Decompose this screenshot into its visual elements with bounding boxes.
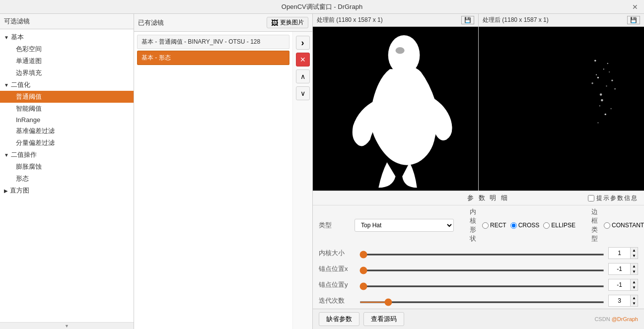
svg-rect-3 — [479, 27, 644, 191]
anchor-x-up[interactable]: ▲ — [631, 263, 638, 269]
iterations-down[interactable]: ▼ — [631, 301, 638, 306]
svg-point-15 — [591, 82, 593, 84]
anchor-x-slider-row: -1 ▲ ▼ — [359, 263, 638, 275]
watermark: CSDN @DrGraph — [594, 316, 638, 322]
move-down-button[interactable]: ∨ — [296, 86, 310, 100]
anchor-y-up[interactable]: ▲ — [631, 279, 638, 285]
tree-group-histogram[interactable]: ▶ 直方图 — [0, 185, 134, 197]
filter-item-0[interactable]: 基本 - 普通阈值 - BINARY_INV - OTSU - 128 — [137, 35, 289, 49]
tree-item-color-space[interactable]: 色彩空间 — [0, 43, 134, 55]
save-before-button[interactable]: 💾 — [461, 16, 474, 24]
params-row-1: 类型 Erode Dilate Open Close Gradient Top … — [313, 205, 644, 245]
after-image-title: 处理后 (1180 x 1587 x 1) — [483, 16, 549, 24]
svg-point-16 — [614, 88, 615, 89]
params-row-iterations: 迭代次数 3 ▲ ▼ — [313, 293, 644, 309]
scroll-indicator: ▼ — [0, 322, 134, 329]
after-image-pane: 处理后 (1180 x 1587 x 1) 💾 — [479, 14, 644, 191]
svg-point-19 — [596, 74, 597, 75]
anchor-y-spinbox: -1 ▲ ▼ — [608, 279, 638, 291]
after-image-display — [479, 27, 644, 191]
border-type-radio-group: CONSTANT DEFAULT — [604, 222, 644, 229]
border-type-label: 边框类型 — [591, 207, 598, 243]
middle-filter-main: 基本 - 普通阈值 - BINARY_INV - OTSU - 128 基本 -… — [134, 32, 292, 329]
title-bar: OpenCV调试窗口 - DrGraph ✕ — [0, 0, 644, 14]
group-label-basic: 基本 — [11, 33, 24, 42]
svg-point-4 — [594, 60, 596, 62]
svg-point-12 — [605, 114, 606, 115]
iterations-slider-row: 3 ▲ ▼ — [359, 295, 638, 307]
view-source-button[interactable]: 查看源码 — [363, 312, 404, 326]
tree-item-morphology[interactable]: 形态 — [0, 173, 134, 185]
anchor-y-down[interactable]: ▼ — [631, 285, 638, 290]
svg-point-14 — [607, 63, 608, 64]
iterations-slider-container — [359, 297, 604, 305]
swap-image-button[interactable]: 🖼 更换图片 — [267, 17, 308, 28]
anchor-x-spinbox: -1 ▲ ▼ — [608, 263, 638, 275]
window-title: OpenCV调试窗口 - DrGraph — [14, 2, 630, 11]
kernel-shape-radio-group: RECT CROSS ELLIPSE — [482, 222, 575, 229]
delete-filter-button[interactable]: ✕ — [296, 53, 310, 66]
kernel-size-input[interactable]: 1 — [609, 248, 630, 259]
kernel-size-down[interactable]: ▼ — [631, 253, 638, 259]
svg-point-2 — [396, 47, 405, 54]
before-image-pane: 处理前 (1180 x 1587 x 1) 💾 — [313, 14, 478, 191]
show-info-checkbox[interactable] — [588, 195, 594, 201]
arrow-icon-4: ▶ — [4, 188, 8, 194]
kernel-shape-rect[interactable]: RECT — [482, 222, 506, 229]
default-params-button[interactable]: 缺省参数 — [319, 312, 359, 326]
tree-item-normal-threshold[interactable]: 普通阈值 — [0, 91, 134, 103]
anchor-y-slider[interactable] — [359, 285, 604, 287]
close-button[interactable]: ✕ — [630, 3, 640, 11]
kernel-size-up[interactable]: ▲ — [631, 248, 638, 253]
kernel-shape-label: 内核形状 — [470, 207, 476, 243]
svg-point-13 — [597, 122, 598, 123]
tree-item-single-channel[interactable]: 单通道图 — [0, 55, 134, 67]
kernel-size-spinbox: 1 ▲ ▼ — [608, 247, 638, 259]
anchor-y-input[interactable]: -1 — [609, 279, 630, 290]
iterations-up[interactable]: ▲ — [631, 295, 638, 301]
tree-group-binarize[interactable]: ▼ 二值化 — [0, 79, 134, 91]
middle-panel: 已有滤镜 🖼 更换图片 基本 - 普通阈值 - BINARY_INV - OTS… — [134, 14, 313, 329]
border-type-constant[interactable]: CONSTANT — [604, 222, 644, 229]
anchor-y-label: 锚点位置y — [319, 280, 354, 289]
tree-item-base-diff-filter[interactable]: 基准偏差过滤 — [0, 125, 134, 137]
tree-item-inrange[interactable]: InRange — [0, 115, 134, 125]
move-up-button[interactable]: ∧ — [296, 69, 310, 83]
params-show-info: 提示参数信息 — [588, 194, 638, 202]
svg-point-10 — [611, 79, 613, 81]
anchor-y-slider-row: -1 ▲ ▼ — [359, 279, 638, 291]
kernel-shape-cross[interactable]: CROSS — [510, 222, 540, 229]
watermark-highlight: @DrGraph — [612, 316, 638, 322]
kernel-size-slider[interactable] — [359, 254, 604, 256]
middle-panel-title: 已有滤镜 — [138, 18, 164, 27]
before-image-header: 处理前 (1180 x 1587 x 1) 💾 — [313, 14, 478, 27]
middle-side-buttons: › ✕ ∧ ∨ — [292, 32, 312, 329]
anchor-x-label: 锚点位置x — [319, 264, 354, 273]
right-panel: 处理前 (1180 x 1587 x 1) 💾 — [313, 14, 644, 329]
save-after-button[interactable]: 💾 — [627, 16, 640, 24]
tree-item-component-diff-filter[interactable]: 分量偏差过滤 — [0, 137, 134, 149]
type-select[interactable]: Erode Dilate Open Close Gradient Top Hat… — [355, 219, 454, 232]
filter-item-1[interactable]: 基本 - 形态 — [137, 51, 289, 65]
main-content: 可选滤镜 ▼ 基本 色彩空间 单通道图 边界填充 ▼ 二值化 普通阈值 智能阈值… — [0, 14, 644, 329]
tree-group-binary-ops[interactable]: ▼ 二值操作 — [0, 149, 134, 161]
anchor-x-slider[interactable] — [359, 269, 604, 271]
tree-item-erode-dilate[interactable]: 膨胀腐蚀 — [0, 161, 134, 173]
anchor-x-down[interactable]: ▼ — [631, 269, 638, 274]
arrow-icon-2: ▼ — [4, 82, 9, 88]
svg-point-5 — [603, 68, 604, 69]
tree-item-border-fill[interactable]: 边界填充 — [0, 67, 134, 79]
add-filter-button[interactable]: › — [296, 36, 310, 50]
anchor-x-slider-container — [359, 265, 604, 273]
params-header: 参 数 明 细 提示参数信息 — [313, 191, 644, 205]
tree-item-smart-threshold[interactable]: 智能阈值 — [0, 103, 134, 115]
iterations-input[interactable]: 3 — [609, 295, 630, 306]
kernel-size-slider-container — [359, 250, 604, 257]
svg-point-6 — [597, 77, 599, 78]
kernel-shape-ellipse[interactable]: ELLIPSE — [543, 222, 575, 229]
after-image-header: 处理后 (1180 x 1587 x 1) 💾 — [479, 14, 644, 27]
anchor-x-input[interactable]: -1 — [609, 263, 630, 274]
params-row-anchor-x: 锚点位置x -1 ▲ ▼ — [313, 261, 644, 277]
tree-group-basic[interactable]: ▼ 基本 — [0, 31, 134, 43]
iterations-slider[interactable] — [359, 301, 604, 303]
